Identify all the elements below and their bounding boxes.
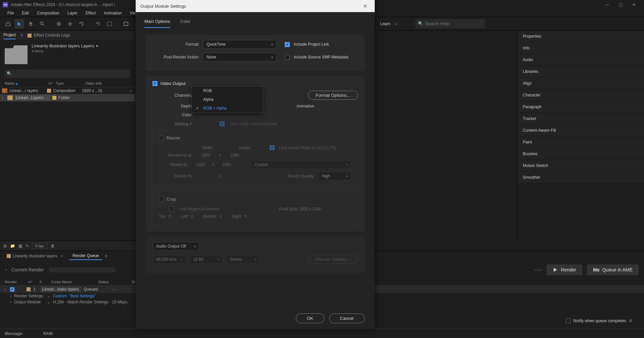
notify-settings-icon[interactable]: ⚙: [629, 319, 633, 323]
adjustment-icon[interactable]: ✎: [26, 244, 29, 248]
project-tab[interactable]: Project: [3, 31, 16, 39]
queue-in-ame-button[interactable]: Me Queue in AME: [587, 264, 639, 275]
interpret-footage-icon[interactable]: ⊞: [3, 244, 7, 248]
render-button[interactable]: Render: [547, 264, 582, 275]
resize-quality-dropdown: High▾: [318, 172, 352, 180]
panel-smoother[interactable]: Smoother: [517, 172, 644, 183]
panel-tracker[interactable]: Tracker: [517, 113, 644, 125]
hand-tool-icon[interactable]: [26, 19, 36, 29]
expand-chevron-icon[interactable]: ›: [2, 95, 5, 100]
maximize-button[interactable]: ▢: [617, 1, 624, 8]
trash-icon[interactable]: 🗑: [51, 244, 55, 248]
output-module-link[interactable]: H.264 - Match Render Settings - 15 Mbps: [53, 300, 127, 304]
channels-option-rgb-alpha[interactable]: RGB + Alpha: [192, 104, 263, 113]
render-icon: [553, 267, 558, 272]
panel-paragraph[interactable]: Paragraph: [517, 101, 644, 113]
video-output-checkbox[interactable]: [152, 81, 157, 86]
channels-option-alpha[interactable]: Alpha: [192, 95, 263, 104]
crop-checkbox[interactable]: [159, 197, 164, 202]
audio-channels-dropdown: Stereo▾: [226, 255, 260, 264]
include-xmp-checkbox[interactable]: [285, 55, 290, 60]
sort-indicator-icon[interactable]: ▴: [16, 81, 18, 85]
resize-width-input[interactable]: 1920: [191, 162, 209, 167]
svg-line-1: [43, 24, 44, 26]
rectangle-tool-icon[interactable]: [121, 19, 131, 29]
expand-icon[interactable]: ›: [10, 300, 11, 304]
label-swatch[interactable]: [27, 287, 31, 291]
panel-menu-icon[interactable]: ≡: [105, 254, 107, 258]
expand-panels-icon[interactable]: »: [395, 22, 398, 26]
panel-paint[interactable]: Paint: [517, 136, 644, 148]
menu-edit[interactable]: Edit: [18, 9, 33, 17]
zoom-tool-icon[interactable]: [38, 19, 47, 29]
mask-tool-icon[interactable]: [105, 19, 114, 29]
bpc-indicator[interactable]: 8 bpc: [32, 243, 47, 249]
expand-icon[interactable]: ⌄: [3, 287, 7, 292]
use-comp-frame-checkbox[interactable]: [220, 121, 225, 126]
expand-icon[interactable]: ›: [5, 267, 7, 272]
ok-button[interactable]: OK: [296, 313, 324, 323]
panel-libraries[interactable]: Libraries: [517, 66, 644, 78]
project-search-input[interactable]: [5, 70, 130, 78]
flowchart-icon[interactable]: ⛬: [129, 88, 133, 93]
tab-main-options[interactable]: Main Options: [144, 19, 170, 28]
render-checkbox[interactable]: [10, 287, 14, 292]
close-window-button[interactable]: ✕: [631, 1, 637, 8]
menu-composition[interactable]: Composition: [33, 9, 63, 17]
project-item-row[interactable]: Lineari...r layers Composition 1920 x ..…: [0, 87, 135, 94]
channels-dropdown-list: RGB Alpha RGB + Alpha: [191, 86, 263, 113]
undo-icon[interactable]: [93, 19, 103, 29]
new-comp-icon[interactable]: ▦: [18, 244, 22, 248]
audio-output-dropdown[interactable]: Audio Output Off▾: [152, 242, 199, 251]
label-column-icon[interactable]: 🏷: [48, 81, 56, 86]
channels-option-rgb[interactable]: RGB: [192, 86, 263, 95]
notify-checkbox[interactable]: [566, 318, 571, 323]
tab-color[interactable]: Color: [180, 19, 191, 28]
menu-file[interactable]: File: [3, 9, 18, 17]
panel-content-aware-fill[interactable]: Content-Aware Fill: [517, 125, 644, 136]
label-swatch[interactable]: [52, 96, 56, 100]
dialog-close-button[interactable]: ✕: [360, 1, 370, 11]
menu-effect[interactable]: Effect: [82, 9, 100, 17]
expand-icon[interactable]: ›: [10, 294, 11, 298]
panel-motion-sketch[interactable]: Motion Sketch: [517, 160, 644, 172]
render-queue-tab[interactable]: Render Queue: [69, 252, 102, 260]
render-settings-link[interactable]: Custom: "Best Settings": [53, 294, 96, 298]
app-icon: Ae: [3, 2, 8, 7]
include-project-link-checkbox[interactable]: [285, 42, 290, 47]
panel-audio[interactable]: Audio: [517, 54, 644, 66]
effect-controls-tab[interactable]: Effect Controls Logo: [28, 32, 70, 39]
dialog-title: Output Module Settings: [140, 4, 360, 9]
panel-character[interactable]: Character: [517, 89, 644, 101]
orbit-tool-icon[interactable]: [54, 19, 63, 29]
close-tab-icon[interactable]: ×: [61, 254, 63, 258]
resize-checkbox[interactable]: [159, 135, 164, 140]
panel-brushes[interactable]: Brushes: [517, 148, 644, 160]
menu-layer[interactable]: Layer: [63, 9, 82, 17]
menu-animation[interactable]: Animation: [100, 9, 126, 17]
panel-info[interactable]: Info: [517, 42, 644, 54]
cancel-button[interactable]: Cancel: [329, 313, 365, 323]
minimize-button[interactable]: ―: [604, 1, 610, 8]
label-swatch[interactable]: [47, 89, 51, 93]
rotation-tool-icon[interactable]: [77, 19, 86, 29]
new-folder-icon[interactable]: 📁: [10, 244, 15, 248]
panel-menu-icon[interactable]: ≡: [20, 33, 23, 38]
format-options-button[interactable]: Format Options...: [308, 91, 358, 100]
project-item-row[interactable]: › Lineari...Layers Folder: [0, 94, 135, 101]
resize-height-input[interactable]: 1080: [218, 162, 235, 167]
panel-properties[interactable]: Properties: [517, 31, 644, 42]
selection-tool-icon[interactable]: [15, 19, 24, 29]
format-dropdown[interactable]: QuickTime▾: [203, 40, 277, 49]
output-module-settings-dialog: Output Module Settings ✕ Main Options Co…: [136, 0, 375, 329]
home-tool-icon[interactable]: [3, 19, 13, 29]
timeline-comp-tab[interactable]: Linearity illustrator layers ×: [3, 252, 66, 260]
pan-behind-tool-icon[interactable]: [65, 19, 75, 29]
search-help-input[interactable]: [415, 19, 485, 28]
depth-label: Depth:: [152, 104, 193, 109]
dropdown-chevron-icon[interactable]: ⌄: [47, 300, 50, 304]
post-render-dropdown[interactable]: None▾: [203, 53, 277, 61]
learn-tab[interactable]: Learn: [380, 22, 390, 26]
dropdown-chevron-icon[interactable]: ⌄: [47, 294, 50, 298]
panel-align[interactable]: Align: [517, 78, 644, 89]
